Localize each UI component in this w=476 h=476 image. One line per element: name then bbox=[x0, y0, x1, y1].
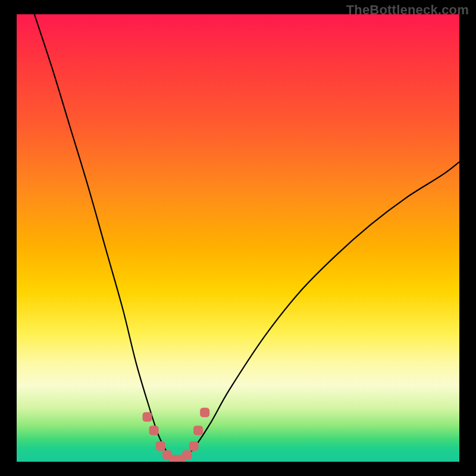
curve-line bbox=[35, 14, 459, 462]
highlight-dot bbox=[156, 441, 165, 451]
highlight-dot bbox=[182, 450, 192, 460]
bottleneck-curve bbox=[35, 14, 459, 462]
highlight-dot bbox=[143, 412, 152, 422]
highlight-dot bbox=[149, 425, 159, 435]
watermark-text: TheBottleneck.com bbox=[346, 2, 469, 18]
highlight-dot bbox=[193, 425, 203, 435]
highlight-dot bbox=[200, 408, 209, 417]
chart-frame: TheBottleneck.com bbox=[0, 0, 476, 476]
highlight-dot bbox=[189, 441, 199, 451]
chart-svg bbox=[17, 14, 459, 462]
